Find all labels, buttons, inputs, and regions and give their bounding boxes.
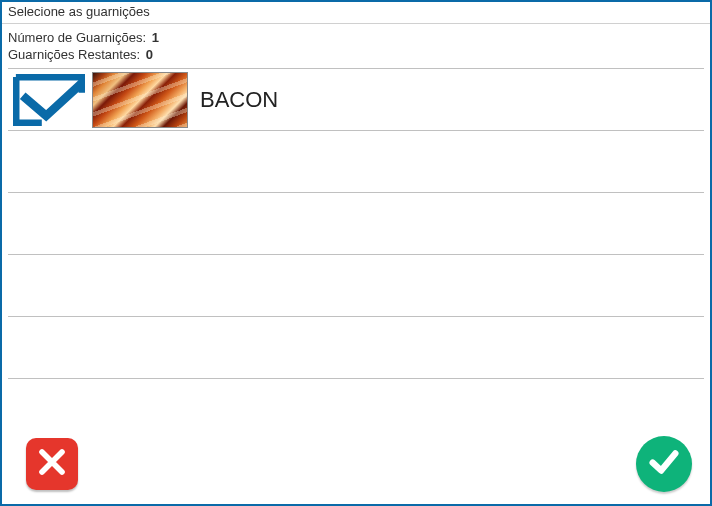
garnish-list: BACON — [8, 68, 704, 430]
remaining-garnish-label: Guarnições Restantes: — [8, 47, 140, 62]
list-item[interactable] — [8, 255, 704, 317]
list-item[interactable] — [8, 131, 704, 193]
info-panel: Número de Guarnições: 1 Guarnições Resta… — [2, 24, 710, 66]
item-name: BACON — [200, 87, 278, 113]
dialog-window: Selecione as guarnições Número de Guarni… — [0, 0, 712, 506]
list-item[interactable] — [8, 193, 704, 255]
selected-check-icon — [10, 72, 88, 128]
item-image — [92, 72, 188, 128]
cross-icon — [37, 447, 67, 481]
window-title: Selecione as guarnições — [2, 2, 710, 24]
list-item[interactable] — [8, 317, 704, 379]
footer-actions — [2, 430, 710, 504]
check-icon — [647, 445, 681, 483]
total-garnish-label: Número de Guarnições: — [8, 30, 146, 45]
total-garnish-value: 1 — [152, 30, 159, 45]
confirm-button[interactable] — [636, 436, 692, 492]
list-item[interactable]: BACON — [8, 69, 704, 131]
remaining-garnish-value: 0 — [146, 47, 153, 62]
cancel-button[interactable] — [26, 438, 78, 490]
